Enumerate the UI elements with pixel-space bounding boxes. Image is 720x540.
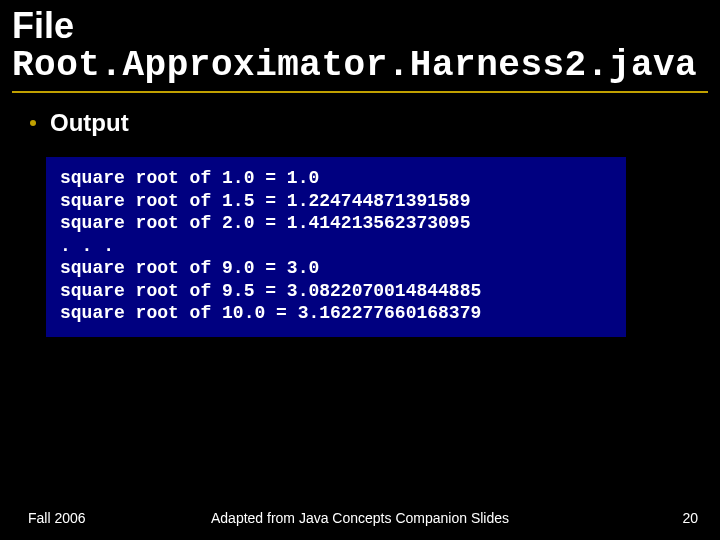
bullet-label: Output [50, 109, 129, 137]
output-code-box: square root of 1.0 = 1.0 square root of … [46, 157, 626, 337]
footer-left: Fall 2006 [28, 510, 86, 526]
bullet-dot-icon [30, 120, 36, 126]
slide-footer: Fall 2006 Adapted from Java Concepts Com… [0, 510, 720, 526]
code-line: square root of 10.0 = 3.162277660168379 [60, 302, 612, 325]
code-line: square root of 1.5 = 1.224744871391589 [60, 190, 612, 213]
title-line-1: File [12, 6, 708, 46]
code-line: . . . [60, 235, 612, 258]
code-line: square root of 2.0 = 1.414213562373095 [60, 212, 612, 235]
footer-center: Adapted from Java Concepts Companion Sli… [0, 510, 720, 526]
bullet-item: Output [0, 93, 720, 137]
code-line: square root of 9.5 = 3.0822070014844885 [60, 280, 612, 303]
code-line: square root of 9.0 = 3.0 [60, 257, 612, 280]
title-line-2: Root.Approximator.Harness2.java [12, 46, 708, 86]
slide-header: File Root.Approximator.Harness2.java [0, 0, 720, 85]
footer-page-number: 20 [682, 510, 698, 526]
code-line: square root of 1.0 = 1.0 [60, 167, 612, 190]
